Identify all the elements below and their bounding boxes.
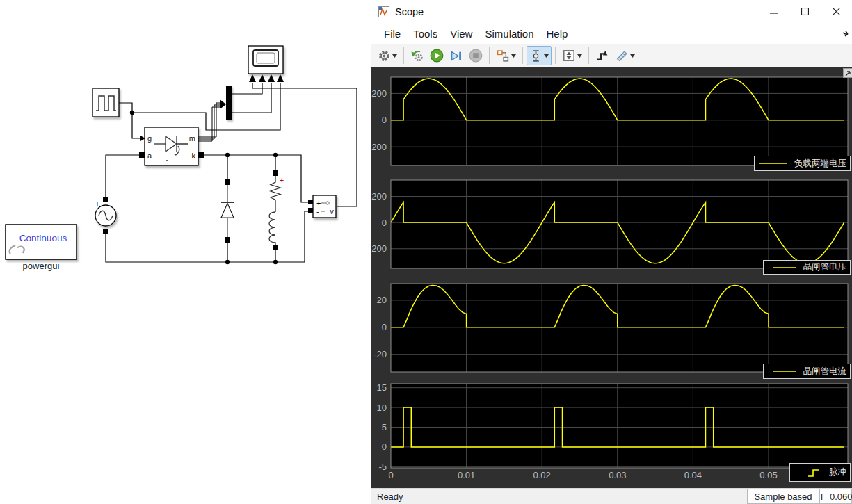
thyristor-port-a-label: a bbox=[147, 152, 152, 160]
vm-minus-pad bbox=[308, 208, 313, 213]
dropdown-caret-icon bbox=[577, 54, 582, 58]
step-forward-icon bbox=[449, 49, 463, 63]
stop-button[interactable] bbox=[466, 46, 485, 65]
gear-icon bbox=[378, 49, 391, 63]
legend-pulse[interactable]: 脉冲 bbox=[789, 463, 851, 482]
signal-layout-icon bbox=[496, 49, 510, 63]
y-tick-label: 200 bbox=[371, 191, 387, 202]
menu-simulation[interactable]: Simulation bbox=[479, 25, 540, 42]
y-tick-label: 200 bbox=[371, 88, 387, 99]
diode-block[interactable] bbox=[221, 179, 234, 243]
scope-app-icon bbox=[378, 6, 389, 17]
menu-file[interactable]: File bbox=[378, 25, 407, 42]
menu-help[interactable]: Help bbox=[540, 25, 574, 42]
run-button[interactable] bbox=[427, 46, 447, 65]
wire-demux2-to-scope3[interactable] bbox=[232, 83, 271, 113]
trigger-button[interactable] bbox=[593, 46, 612, 65]
toolbar-separator bbox=[489, 47, 490, 64]
close-icon bbox=[833, 8, 840, 15]
powergui-label: powergui bbox=[23, 261, 60, 271]
demux-block[interactable] bbox=[226, 86, 232, 120]
measurements-ruler-button[interactable] bbox=[612, 46, 638, 65]
dropdown-caret-icon bbox=[511, 54, 516, 58]
diode-symbol-icon bbox=[221, 185, 234, 237]
powergui-mode-text: Continuous bbox=[19, 233, 67, 243]
status-sample-mode: Sample based bbox=[747, 489, 819, 504]
thyristor-block[interactable]: g a m k bbox=[139, 127, 204, 165]
subplot-1: 2000-200 bbox=[371, 77, 848, 165]
wire-pulse-to-scope4[interactable] bbox=[132, 83, 280, 130]
rl-bottom-pad bbox=[273, 245, 278, 250]
minimize-icon bbox=[770, 8, 778, 15]
span-axes-button[interactable] bbox=[559, 46, 585, 65]
wire-m-bundle[interactable] bbox=[198, 103, 220, 141]
plot-background[interactable] bbox=[391, 180, 848, 268]
legend-line-sample bbox=[771, 264, 798, 271]
vm-plus-pad bbox=[308, 200, 313, 204]
plot-background[interactable] bbox=[391, 77, 848, 165]
menubar-overflow-arrow-icon[interactable] bbox=[842, 30, 849, 37]
signal-layout-button[interactable] bbox=[493, 46, 519, 65]
dropdown-caret-icon bbox=[544, 54, 549, 58]
wire-source-to-anode[interactable] bbox=[106, 155, 139, 197]
toolbar bbox=[371, 44, 852, 67]
settings-gear-button[interactable] bbox=[375, 46, 400, 65]
powergui-block[interactable]: Continuous powergui bbox=[6, 225, 77, 271]
minimize-button[interactable] bbox=[758, 0, 789, 23]
wire-pulse-to-gate[interactable] bbox=[119, 103, 140, 138]
legend-line-sample bbox=[758, 160, 789, 167]
cursor-measure-button[interactable] bbox=[527, 46, 552, 65]
scope-input-ports bbox=[249, 74, 284, 82]
voltage-measurement-block[interactable]: + - v bbox=[308, 195, 336, 218]
legend-line-sample bbox=[771, 368, 798, 375]
scope-plot-area[interactable]: 2000-2002000-200200-20151050-500.010.020… bbox=[371, 67, 852, 488]
rl-top-pad bbox=[273, 170, 278, 176]
diode-top-pad bbox=[225, 179, 230, 185]
x-tick-label: 0 bbox=[388, 470, 393, 480]
rl-plus-label: + bbox=[280, 176, 284, 184]
y-tick-label: -200 bbox=[371, 142, 387, 152]
legend-text: 晶闸管电压 bbox=[803, 261, 847, 273]
simulink-model-canvas[interactable]: g a m k + bbox=[0, 0, 371, 504]
toolbar-separator bbox=[555, 47, 556, 64]
maximize-axes-button[interactable] bbox=[843, 68, 852, 78]
toolbar-separator bbox=[403, 47, 404, 64]
status-text: Ready bbox=[371, 491, 403, 502]
wire-cathode-rail[interactable] bbox=[204, 155, 308, 202]
thyristor-icon-dot bbox=[166, 160, 168, 161]
titlebar[interactable]: Scope bbox=[371, 0, 852, 23]
step-back-button[interactable] bbox=[408, 46, 427, 65]
close-button[interactable] bbox=[821, 0, 852, 23]
plot-background[interactable] bbox=[391, 384, 848, 468]
y-tick-label: 15 bbox=[377, 382, 387, 393]
ac-voltage-source-block[interactable]: + bbox=[95, 197, 116, 234]
maximize-icon bbox=[801, 8, 809, 15]
step-forward-button[interactable] bbox=[447, 46, 466, 65]
wire-vmeas-to-scope1[interactable] bbox=[252, 83, 357, 206]
menu-view[interactable]: View bbox=[444, 25, 479, 42]
dropdown-caret-icon bbox=[630, 54, 635, 58]
legend-thyristor-current[interactable]: 晶闸管电流 bbox=[763, 364, 851, 379]
wire-bottom-rail[interactable] bbox=[106, 211, 308, 262]
y-tick-label: 0 bbox=[382, 115, 387, 125]
scope-block[interactable] bbox=[248, 46, 284, 82]
pulse-generator-block[interactable] bbox=[93, 88, 119, 117]
inductor-icon bbox=[269, 212, 275, 245]
maximize-button[interactable] bbox=[789, 0, 821, 23]
y-tick-label: 20 bbox=[377, 295, 387, 305]
legend-thyristor-voltage[interactable]: 晶闸管电压 bbox=[763, 260, 851, 275]
x-tick-label: 0.05 bbox=[759, 470, 777, 480]
y-tick-label: -5 bbox=[378, 462, 387, 472]
legend-text: 负载两端电压 bbox=[794, 158, 846, 170]
arrowhead-demux bbox=[220, 99, 226, 109]
legend-load-voltage[interactable]: 负载两端电压 bbox=[754, 156, 851, 171]
menu-tools[interactable]: Tools bbox=[407, 25, 444, 42]
trigger-icon bbox=[595, 49, 609, 63]
toolbar-separator bbox=[522, 47, 523, 64]
y-tick-label: 0 bbox=[382, 322, 387, 332]
x-tick-label: 0.03 bbox=[609, 470, 626, 480]
x-tick-label: 0.01 bbox=[458, 470, 475, 480]
port-pad-a bbox=[139, 152, 145, 158]
rl-branch-block[interactable]: + bbox=[269, 170, 284, 250]
maximize-axes-icon bbox=[845, 70, 851, 76]
